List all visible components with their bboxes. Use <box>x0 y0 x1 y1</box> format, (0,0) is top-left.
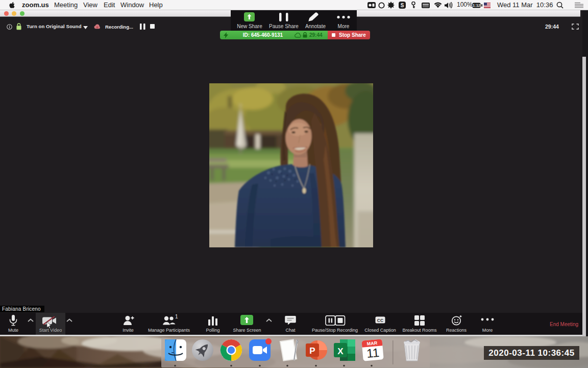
svg-text:P: P <box>309 346 315 356</box>
svg-text:CC: CC <box>377 318 383 323</box>
svg-text:X: X <box>337 347 344 356</box>
svg-text:11: 11 <box>366 346 380 360</box>
svg-text:S: S <box>401 3 404 8</box>
svg-text:1:12: 1:12 <box>473 3 480 8</box>
